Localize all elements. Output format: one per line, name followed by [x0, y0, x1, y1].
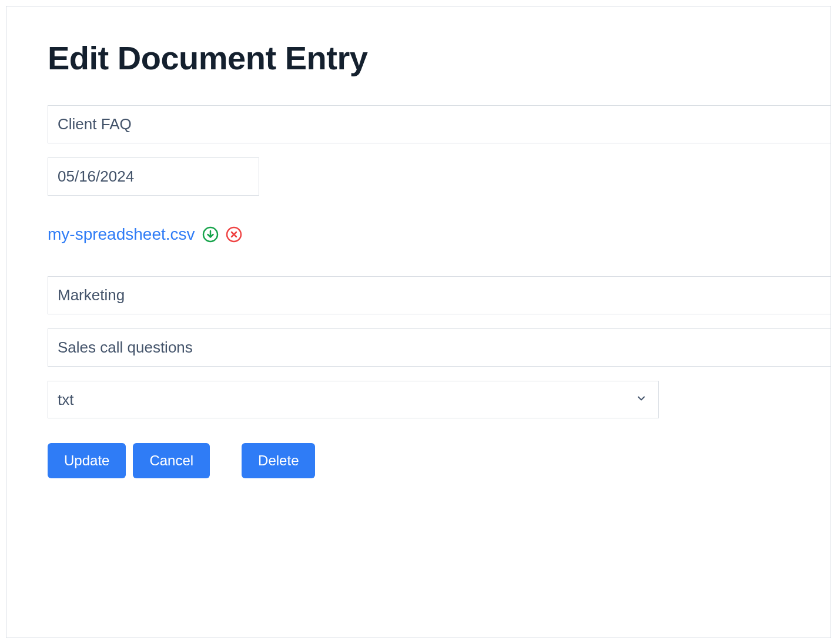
download-icon [202, 226, 219, 243]
category-field-row [48, 276, 831, 314]
attachment-filename-link[interactable]: my-spreadsheet.csv [48, 225, 195, 244]
remove-attachment-button[interactable] [226, 226, 242, 243]
document-date-input[interactable] [48, 157, 259, 196]
attachment-row: my-spreadsheet.csv [48, 225, 831, 244]
description-field-row [48, 328, 831, 367]
cancel-button[interactable]: Cancel [133, 443, 210, 478]
document-category-input[interactable] [48, 276, 831, 314]
title-field-row [48, 105, 831, 143]
page-title: Edit Document Entry [48, 39, 831, 77]
delete-button[interactable]: Delete [242, 443, 315, 478]
download-attachment-button[interactable] [202, 226, 219, 243]
edit-document-panel: Edit Document Entry my-spreadsheet.csv t [6, 6, 831, 638]
date-field-row [48, 157, 831, 196]
action-button-row: Update Cancel Delete [48, 443, 831, 478]
document-title-input[interactable] [48, 105, 831, 143]
document-description-input[interactable] [48, 328, 831, 367]
format-field-row: txt [48, 381, 659, 418]
document-format-select[interactable]: txt [48, 381, 659, 418]
close-circle-icon [226, 226, 242, 243]
update-button[interactable]: Update [48, 443, 126, 478]
